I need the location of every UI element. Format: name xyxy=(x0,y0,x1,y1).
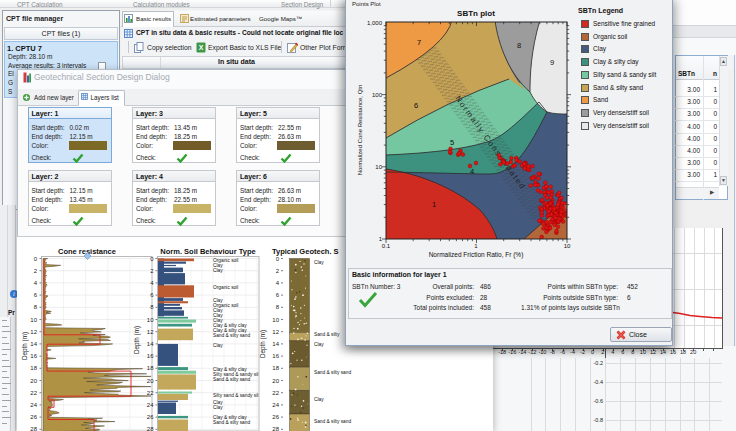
svg-text:28: 28 xyxy=(30,426,37,431)
svg-text:Depth (m): Depth (m) xyxy=(259,330,267,358)
svg-text:Sand & silty sand: Sand & silty sand xyxy=(213,333,250,338)
svg-text:6: 6 xyxy=(414,101,418,110)
svg-text:12: 12 xyxy=(272,329,279,335)
svg-text:20: 20 xyxy=(272,378,279,384)
svg-text:28: 28 xyxy=(147,426,154,431)
svg-text:10: 10 xyxy=(147,317,154,323)
svg-text:1: 1 xyxy=(432,200,436,209)
svg-text:22: 22 xyxy=(147,390,154,396)
svg-text:12: 12 xyxy=(30,329,37,335)
svg-text:5: 5 xyxy=(450,138,454,147)
svg-text:20: 20 xyxy=(30,378,37,384)
svg-text:22: 22 xyxy=(272,390,279,396)
svg-text:Sand & silty sand: Sand & silty sand xyxy=(213,420,250,425)
svg-text:7: 7 xyxy=(417,38,421,47)
svg-text:28: 28 xyxy=(272,426,279,431)
svg-text:Norm. Soil Behaviour Type: Norm. Soil Behaviour Type xyxy=(160,247,255,256)
svg-text:14: 14 xyxy=(272,341,279,347)
svg-text:18: 18 xyxy=(272,365,279,371)
svg-text:10: 10 xyxy=(30,317,37,323)
svg-text:16: 16 xyxy=(272,353,279,359)
svg-text:24: 24 xyxy=(30,402,37,408)
svg-text:SBTn plot: SBTn plot xyxy=(457,9,495,18)
svg-text:20: 20 xyxy=(147,378,154,384)
svg-text:X: X xyxy=(199,44,204,51)
svg-text:Silty sand & sandy sil: Silty sand & sandy sil xyxy=(213,393,258,398)
svg-text:Clay: Clay xyxy=(213,343,223,348)
svg-text:Clay: Clay xyxy=(213,268,223,273)
svg-text:22: 22 xyxy=(30,390,37,396)
svg-text:Clay: Clay xyxy=(213,405,223,410)
svg-text:10: 10 xyxy=(375,164,382,170)
svg-text:Typical Geotech. S: Typical Geotech. S xyxy=(272,247,339,256)
svg-text:26: 26 xyxy=(272,414,279,420)
svg-text:0.1: 0.1 xyxy=(382,243,391,249)
svg-text:Clay: Clay xyxy=(314,260,324,265)
svg-text:14: 14 xyxy=(147,341,154,347)
svg-text:Depth (m): Depth (m) xyxy=(133,326,141,354)
svg-text:26: 26 xyxy=(30,414,37,420)
svg-text:12: 12 xyxy=(147,329,154,335)
svg-text:4: 4 xyxy=(470,167,474,176)
svg-text:18: 18 xyxy=(30,365,37,371)
svg-text:Sand & silty: Sand & silty xyxy=(314,332,340,337)
svg-text:Sand & silty sand: Sand & silty sand xyxy=(314,419,351,424)
svg-text:16: 16 xyxy=(30,353,37,359)
svg-text:Normalized Friction Ratio, Fr: Normalized Friction Ratio, Fr (%) xyxy=(429,251,524,259)
svg-text:100: 100 xyxy=(372,92,383,98)
svg-text:8: 8 xyxy=(517,41,521,50)
svg-text:14: 14 xyxy=(30,341,37,347)
svg-text:Depth (m): Depth (m) xyxy=(21,332,29,360)
svg-text:24: 24 xyxy=(272,402,279,408)
svg-text:26: 26 xyxy=(147,414,154,420)
svg-text:1,000: 1,000 xyxy=(367,20,383,26)
svg-text:24: 24 xyxy=(147,402,154,408)
svg-text:Sand & silty sand: Sand & silty sand xyxy=(314,370,351,375)
svg-text:Normalized Cone Resistance, Qt: Normalized Cone Resistance, Qtn xyxy=(357,85,363,176)
svg-text:Sand & silty sand: Sand & silty sand xyxy=(213,377,250,382)
svg-text:Clay: Clay xyxy=(314,342,324,347)
svg-text:Organic soil: Organic soil xyxy=(213,285,238,290)
svg-text:16: 16 xyxy=(147,353,154,359)
svg-text:9: 9 xyxy=(550,58,554,67)
svg-text:10: 10 xyxy=(272,317,279,323)
svg-text:1: 1 xyxy=(474,243,478,249)
svg-text:10: 10 xyxy=(564,243,571,249)
svg-text:Clay: Clay xyxy=(314,397,324,402)
svg-text:18: 18 xyxy=(147,365,154,371)
